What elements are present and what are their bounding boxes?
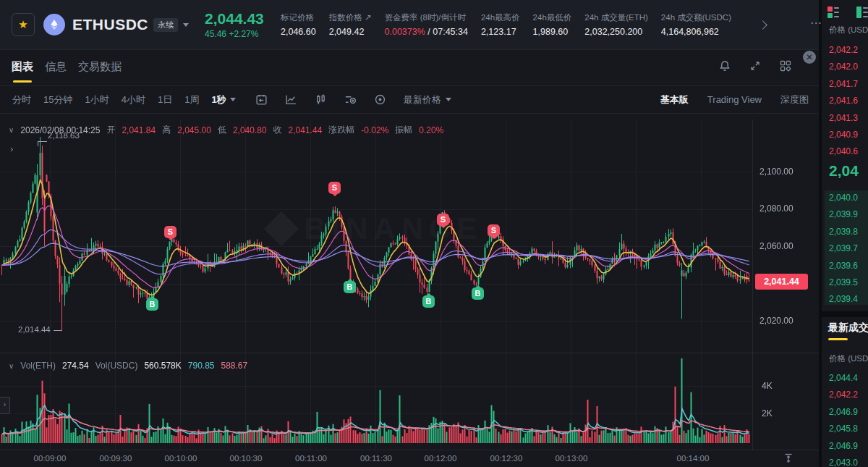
ohlc-legend: ∨ 2026/02/08 00:14:25 开2,041.84高2,045.00…	[9, 124, 443, 136]
collapse-legend-icon[interactable]: ∨	[9, 126, 14, 134]
ask-row[interactable]: 2,040.6	[829, 143, 858, 160]
chart-style-icon[interactable]	[284, 93, 299, 107]
sell-signal-marker: S	[328, 182, 341, 194]
interval-1小时[interactable]: 1小时	[85, 93, 109, 106]
layout-apps-icon[interactable]	[778, 59, 793, 73]
pane-separator[interactable]	[0, 353, 819, 353]
legend-key: 振幅	[395, 124, 412, 136]
bid-row[interactable]: 2,039.5	[829, 274, 858, 291]
bid-row[interactable]: 2,039.4	[829, 291, 858, 308]
orderbook-mid-price[interactable]: 2,04	[829, 162, 859, 180]
header-stat: 资金费率 (8时)/倒计时0.00373% / 07:45:34	[385, 12, 468, 38]
header-stat: 标记价格2,046.60	[281, 12, 316, 38]
volume-legend-item: 560.578K	[144, 361, 181, 371]
time-axis[interactable]: 00:09:0000:09:3000:10:0000:10:3000:11:00…	[0, 450, 819, 467]
left-panel-expander-icon[interactable]: ›	[10, 143, 13, 154]
interval-4小时[interactable]: 4小时	[122, 93, 145, 106]
stat-label: 标记价格	[281, 12, 316, 23]
indicators-icon[interactable]	[344, 93, 358, 107]
interval-1周[interactable]: 1周	[184, 93, 199, 106]
stat-label: 24h 成交量(ETH)	[584, 12, 648, 23]
tab-info[interactable]: 信息	[45, 60, 67, 83]
volume-legend-item: Vol(ETH)	[20, 361, 56, 371]
trade-row[interactable]: 2,045.8	[829, 421, 858, 437]
legend-value: 2,041.44	[289, 125, 323, 135]
price-source-dropdown[interactable]: 最新价格	[404, 93, 451, 106]
alert-bell-icon[interactable]	[718, 59, 732, 73]
price-tick: 2,080.00	[760, 203, 816, 214]
chart-column: ★ ETHUSDC 永续 2,044.43 45.46 +2.27% 标记价格2…	[0, 0, 819, 467]
trade-row[interactable]: 2,044.4	[829, 370, 858, 387]
stat-value: 4,164,806,962	[661, 25, 731, 38]
bid-row[interactable]: 2,039.7	[829, 240, 858, 257]
volume-expander-icon[interactable]: ›	[0, 397, 10, 414]
goto-date-calendar-icon[interactable]	[255, 93, 269, 107]
price-tick: 2,100.00	[760, 167, 816, 177]
trades-price-header: 价格 (USDC)	[829, 353, 868, 364]
trade-row[interactable]: 2,042.2	[829, 387, 858, 403]
time-tick: 00:11:00	[295, 454, 327, 463]
orderbook-bids-icon[interactable]	[856, 7, 868, 18]
interval-分时[interactable]: 分时	[12, 93, 31, 106]
buy-signal-marker: B	[422, 295, 435, 308]
stat-value: 2,032,250.200	[584, 25, 648, 38]
tab-latest-trades[interactable]: 最新成交	[828, 321, 868, 335]
fullscreen-expand-icon[interactable]	[748, 59, 762, 73]
strategy-target-icon[interactable]	[373, 93, 388, 107]
panel-divider	[822, 311, 868, 317]
buy-signal-marker: B	[472, 287, 484, 300]
header-stat: 指数价格 ↗2,049.42	[329, 12, 372, 38]
interval-selected[interactable]: 1秒	[211, 93, 235, 106]
ask-row[interactable]: 2,042.2	[829, 42, 858, 59]
legend-value: -0.02%	[361, 125, 388, 135]
session-low-label: 2,014.44	[18, 325, 51, 334]
bid-row[interactable]: 2,040.0	[829, 190, 858, 206]
ask-row[interactable]: 2,040.9	[829, 127, 858, 143]
orderbook-layout-icons	[827, 7, 868, 18]
tab-trade-data[interactable]: 交易数据	[78, 60, 122, 83]
last-price-badge: 2,041.44	[755, 274, 808, 290]
panel-tabs: 图表信息交易数据	[0, 50, 819, 86]
stat-label: 24h 成交额(USDC)	[661, 12, 731, 23]
chevron-down-icon	[446, 98, 451, 101]
view-tab-2[interactable]: 深度图	[780, 93, 809, 106]
autofit-scale-icon[interactable]	[783, 453, 794, 464]
collapse-volume-icon[interactable]: ∨	[9, 362, 14, 370]
buy-signal-marker: B	[344, 281, 356, 293]
bid-row[interactable]: 2,039.8	[829, 224, 858, 240]
view-tab-1[interactable]: Trading View	[707, 94, 762, 105]
price-chart-canvas[interactable]	[0, 119, 819, 450]
time-tick: 00:13:00	[556, 454, 588, 463]
trade-row[interactable]: 2,043.0	[829, 455, 858, 467]
active-tab-underline	[828, 338, 848, 340]
stat-label: 24h最低价	[533, 12, 572, 23]
sell-signal-marker: S	[488, 224, 500, 237]
volume-tick: 2K	[762, 408, 773, 418]
more-menu-icon[interactable]: ⋯	[810, 16, 822, 30]
bid-row[interactable]: 2,039.9	[829, 206, 858, 223]
orderbook-both-icon[interactable]	[827, 7, 839, 18]
candlestick-icon[interactable]	[314, 93, 328, 107]
price-tick: 2,020.00	[760, 316, 816, 326]
bid-row[interactable]: 2,039.6	[829, 258, 858, 274]
ask-row[interactable]: 2,041.7	[829, 76, 858, 93]
stats-scroll-chevron-icon[interactable]	[758, 20, 767, 30]
ask-row[interactable]: 2,041.3	[829, 110, 858, 127]
header-stat: 24h最低价1,989.60	[533, 12, 572, 38]
sell-signal-marker: S	[164, 226, 176, 238]
price-tick: 2,060.00	[760, 241, 816, 251]
symbol-selector[interactable]: ETHUSDC 永续	[72, 16, 189, 33]
trade-row[interactable]: 2,046.9	[829, 438, 858, 455]
tab-chart[interactable]: 图表	[12, 60, 33, 83]
view-tab-0[interactable]: 基本版	[660, 93, 689, 106]
close-icon[interactable]: ✕	[803, 51, 816, 64]
price-axis-divider	[752, 119, 753, 467]
interval-1日[interactable]: 1日	[158, 93, 172, 106]
interval-15分钟[interactable]: 15分钟	[43, 93, 72, 106]
stat-value: 2,123.17	[481, 25, 520, 38]
favorite-star-button[interactable]: ★	[12, 13, 35, 36]
ask-row[interactable]: 2,041.6	[829, 93, 858, 109]
ask-row[interactable]: 2,042.0	[829, 59, 858, 75]
trade-row[interactable]: 2,046.9	[829, 404, 858, 421]
header-stat: 24h 成交额(USDC)4,164,806,962	[661, 12, 731, 38]
